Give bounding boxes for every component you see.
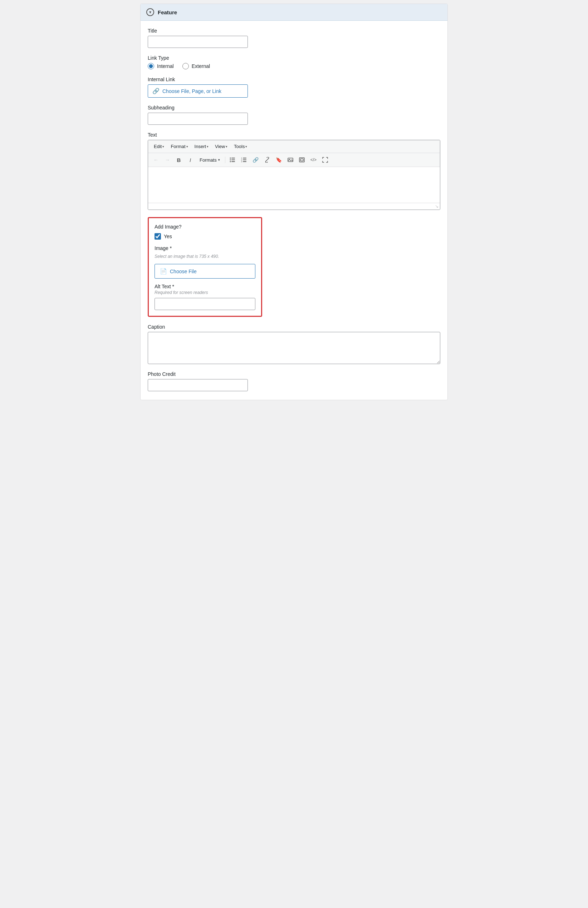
alt-text-required: *	[171, 283, 174, 289]
photo-credit-label: Photo Credit	[148, 371, 440, 377]
panel-title: Feature	[158, 9, 177, 15]
radio-internal-input[interactable]	[148, 63, 154, 69]
editor-menubar: Edit ▾ Format ▾ Insert ▾ View	[148, 140, 440, 153]
toolbar-forward-btn[interactable]: →	[163, 155, 172, 164]
link-type-options: Internal External	[148, 63, 440, 69]
caption-textarea[interactable]	[148, 332, 440, 364]
image-label: Image	[155, 245, 168, 251]
title-input[interactable]	[148, 36, 248, 48]
internal-link-field-group: Internal Link 🔗 Choose File, Page, or Li…	[148, 77, 440, 98]
add-image-checkbox-text: Yes	[164, 233, 172, 239]
caption-label: Caption	[148, 324, 440, 330]
choose-file-button-text: Choose File	[170, 269, 197, 274]
toolbar-fullscreen-btn[interactable]	[320, 155, 330, 164]
rich-text-editor: Edit ▾ Format ▾ Insert ▾ View	[148, 140, 440, 210]
add-image-label: Add Image?	[155, 224, 255, 230]
add-image-checkbox[interactable]	[155, 233, 161, 240]
feature-panel: ▾ Feature Title Link Type Internal	[140, 3, 448, 400]
image-label-group: Image *	[155, 245, 255, 251]
svg-point-4	[230, 159, 231, 161]
text-label: Text	[148, 132, 440, 138]
svg-line-12	[266, 158, 269, 161]
menu-format[interactable]: Format ▾	[168, 142, 191, 151]
toolbar-code-btn[interactable]: </>	[308, 155, 319, 164]
link-type-label: Link Type	[148, 55, 440, 61]
toolbar-italic-btn[interactable]: I	[185, 155, 195, 164]
title-field-group: Title	[148, 28, 440, 48]
menu-tools[interactable]: Tools ▾	[231, 142, 250, 151]
alt-text-label-group: Alt Text *	[155, 283, 255, 289]
svg-rect-7	[243, 159, 246, 160]
tools-chevron: ▾	[245, 145, 247, 148]
menu-view[interactable]: View ▾	[212, 142, 230, 151]
panel-header: ▾ Feature	[140, 4, 448, 21]
svg-rect-0	[231, 158, 235, 158]
link-icon: 🔗	[152, 88, 159, 94]
radio-external-input[interactable]	[182, 63, 189, 69]
editor-resize-handle: ↘	[148, 203, 440, 209]
image-section: Image * Select an image that is 735 x 49…	[155, 245, 255, 279]
svg-text:3: 3	[241, 161, 242, 163]
internal-link-button-text: Choose File, Page, or Link	[163, 89, 221, 94]
toolbar-formats-btn[interactable]: Formats ▾	[197, 156, 223, 164]
resize-icon: ↘	[435, 204, 438, 209]
svg-point-5	[230, 161, 231, 163]
radio-internal[interactable]: Internal	[148, 63, 174, 69]
caption-field-group: Caption	[148, 324, 440, 364]
editor-content-area[interactable]	[148, 167, 440, 203]
edit-chevron: ▾	[163, 145, 164, 148]
panel-body: Title Link Type Internal External	[140, 21, 448, 400]
internal-link-label: Internal Link	[148, 77, 440, 82]
svg-rect-1	[231, 159, 235, 160]
title-label: Title	[148, 28, 440, 34]
collapse-icon[interactable]: ▾	[146, 8, 154, 16]
radio-external-label: External	[192, 63, 210, 69]
choose-file-button[interactable]: 📄 Choose File	[155, 264, 255, 279]
toolbar-separator-1	[225, 157, 226, 163]
format-chevron: ▾	[186, 145, 188, 148]
subheading-label: Subheading	[148, 105, 440, 111]
subheading-input[interactable]	[148, 113, 248, 125]
photo-credit-input[interactable]	[148, 379, 248, 391]
toolbar-image-btn[interactable]	[285, 155, 295, 164]
toolbar-bold-btn[interactable]: B	[174, 155, 184, 164]
menu-edit[interactable]: Edit ▾	[151, 142, 167, 151]
menu-insert[interactable]: Insert ▾	[192, 142, 212, 151]
svg-point-3	[230, 158, 231, 159]
alt-text-label: Alt Text	[155, 283, 171, 289]
file-icon: 📄	[160, 268, 167, 275]
subheading-field-group: Subheading	[148, 105, 440, 125]
add-image-box: Add Image? Yes Image * Select an image t…	[148, 217, 262, 317]
toolbar-ol-btn[interactable]: 123	[239, 155, 249, 164]
toolbar-unlink-btn[interactable]	[262, 155, 272, 164]
editor-toolbar: ← → B I Formats ▾ 123	[148, 153, 440, 167]
toolbar-bookmark-btn[interactable]: 🔖	[274, 155, 284, 164]
svg-rect-15	[300, 158, 304, 162]
alt-text-input[interactable]	[155, 298, 255, 310]
text-field-group: Text Edit ▾ Format ▾ Insert	[148, 132, 440, 210]
alt-text-section: Alt Text * Required for screen readers	[155, 283, 255, 310]
svg-rect-8	[243, 161, 246, 162]
toolbar-link-btn[interactable]: 🔗	[250, 155, 261, 164]
svg-rect-2	[231, 161, 235, 162]
radio-internal-label: Internal	[157, 63, 174, 69]
photo-credit-field-group: Photo Credit	[148, 371, 440, 391]
svg-rect-6	[243, 158, 246, 158]
alt-text-hint: Required for screen readers	[155, 290, 255, 295]
insert-chevron: ▾	[207, 145, 208, 148]
link-type-field-group: Link Type Internal External	[148, 55, 440, 69]
view-chevron: ▾	[226, 145, 227, 148]
add-image-checkbox-label[interactable]: Yes	[155, 233, 255, 240]
internal-link-button[interactable]: 🔗 Choose File, Page, or Link	[148, 84, 248, 98]
radio-external[interactable]: External	[182, 63, 210, 69]
image-required: *	[168, 245, 172, 251]
svg-rect-16	[300, 159, 303, 161]
toolbar-ul-btn[interactable]	[227, 155, 237, 164]
toolbar-back-btn[interactable]: ←	[151, 155, 161, 164]
image-hint: Select an image that is 735 x 490.	[155, 254, 255, 259]
toolbar-embed-btn[interactable]	[297, 155, 307, 164]
